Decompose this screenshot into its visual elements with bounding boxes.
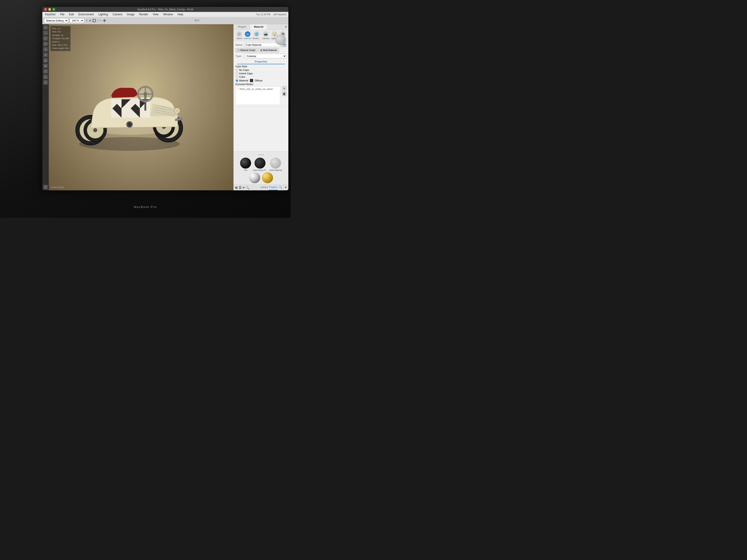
titlebar: KeyShot 8.0 Pro - Ride_On_Metal_Car.bip … [42,7,288,12]
material-icon: ◎ [245,31,250,37]
sidebar-icon-4[interactable]: ⟲ [43,42,48,46]
excluded-nodes-section: ⚠ Retro_ride_on_metal_car_wheel + 🗑 [235,86,286,105]
panel-close-btn[interactable]: ✕ [284,24,288,30]
main-area: ⊙ ↕ ◻ ⟲ ✦ ⊕ ☁ ◈ ⬡ ◎ S ⟳ FPS: 11.7 Time: … [42,24,288,190]
chrome-ball [249,172,260,183]
tire-label: Tire [244,169,248,171]
tab-material[interactable]: Material [250,24,267,30]
menubar: KeyShot File Edit Environment Lighting C… [42,12,288,17]
menu-lighting[interactable]: Lighting [98,13,109,16]
material-radio[interactable] [235,79,238,82]
icon-material[interactable]: ◎ Material [244,31,251,39]
name-input[interactable] [244,43,281,47]
inherit-caps-radio[interactable] [235,72,238,75]
search-icon[interactable]: 🔍 [245,186,249,189]
tire-ball [240,158,251,168]
material-radio-label: Material [239,79,248,82]
camera-icon: 📷 [263,31,268,37]
swatch-hard-shiny[interactable]: Hard Shiny Pl... [253,158,267,171]
icon-scene[interactable]: ⬡ Scene [236,31,242,39]
no-caps-label: No Caps [239,69,249,71]
menu-environment[interactable]: Environment [77,13,95,16]
sidebar-icon-5[interactable]: ✦ [43,47,48,52]
type-select[interactable]: Cutaway [244,54,286,58]
sidebar-icon-6[interactable]: ⊕ [43,53,48,57]
macbook-label: MacBook Pro [134,205,157,209]
menu-view[interactable]: View [152,13,159,16]
minimize-button[interactable] [48,8,51,11]
menu-image[interactable]: Image [126,13,135,16]
name-label: Name: [235,44,243,46]
diffuse-label: Diffuse [255,79,262,82]
rpanel-library-tab[interactable]: Library [260,185,268,190]
right-panel: Project Material ✕ ⬡ Scene ◎ Material [233,24,288,190]
material-graph-btn[interactable]: ⬡ Material Graph [235,48,257,52]
time-value: 57s [58,31,61,33]
menu-camera[interactable]: Camera [112,13,123,16]
icon-camera[interactable]: 📷 Camera [262,31,269,39]
material-label: Material [244,37,251,39]
toolbar: Material Editing 100 % ⏸ ⏹ 🔲 ✕ ↻ ➕ 65.0 [42,17,288,24]
grid-view-icon[interactable]: ⊞ [235,186,238,189]
add-node-btn[interactable]: + [282,86,286,90]
menu-help[interactable]: Help [177,13,184,16]
menu-edit[interactable]: Edit [68,13,75,16]
multi-material-btn[interactable]: ⊞ Multi-Material [258,48,279,52]
sidebar-icon-8[interactable]: ◈ [43,63,48,68]
samples-value: 41 [61,34,63,36]
menu-file[interactable]: File [59,13,65,16]
rpanel-filter-btn[interactable]: ⊳ [284,185,288,190]
list-view-icon[interactable]: ☰ [239,186,242,189]
car-svg [66,59,198,155]
graph-icon: ⬡ [237,49,240,51]
swatch-cube-material[interactable]: Cube Material [269,158,282,171]
type-row: Type: Cutaway [235,54,286,58]
rpanel-project-tab[interactable]: Project [269,185,278,190]
knots-label: Knots: [52,41,58,43]
close-button[interactable] [44,8,47,11]
zoom-select[interactable]: 100 % [70,18,84,23]
sidebar-icon-9[interactable]: ⬡ [43,69,48,74]
color-radio[interactable] [235,76,238,78]
fps-label: FPS: [52,27,56,30]
material-swatches: • • • Tire Hard Shiny Pl... Cube Mate [234,152,288,185]
camera-label: Camera [262,37,269,39]
cube-material-ball [270,158,281,168]
remove-node-btn[interactable]: 🗑 [282,91,286,96]
node-name: Retro_ride_on_metal_car_wheel [240,88,273,90]
swatches-row-1: Tire Hard Shiny Pl... Cube Material [235,158,287,171]
laptop-shell: MacBook Pro KeyShot 8.0 Pro - Ride_On_Me… [0,0,291,218]
icon-enviro[interactable]: 🌐 Enviro... [253,31,260,39]
material-radio-row: Material Diffuse [235,79,286,82]
triangles-label: Triangles: [52,37,61,39]
viewport[interactable]: FPS: 11.7 Time: 57s Samples: 41 Triangle… [49,24,233,190]
sidebar-icon-2[interactable]: ↕ [43,31,48,35]
cloud-library-label: Cloud Library [51,186,64,188]
multi-material-label: Multi-Material [263,49,277,51]
svg-point-10 [93,128,97,132]
sidebar-icon-7[interactable]: ☁ [43,58,48,63]
sidebar-icon-11[interactable]: S [43,80,48,85]
properties-tab[interactable]: Properties [237,59,285,64]
name-section: Name: 💾 ⬡ Material Graph ⊞ Multi-Materia… [234,41,288,107]
color-label: Color [239,76,245,78]
diffuse-swatch[interactable] [250,79,253,82]
swatch-tire[interactable]: Tire [240,158,251,171]
swatch-gold[interactable] [262,172,273,183]
swatch-chrome[interactable] [249,172,260,183]
tab-project[interactable]: Project [234,24,250,30]
panel-top-tabs: Project Material ✕ [234,24,288,30]
no-caps-radio[interactable] [235,69,238,71]
sidebar-icon-10[interactable]: ◎ [43,75,48,79]
maximize-button[interactable] [52,8,55,11]
mode-select[interactable]: Material Editing [44,18,69,23]
menu-render[interactable]: Render [138,13,149,16]
detail-view-icon[interactable]: ≡ [242,186,244,189]
menu-keyshot[interactable]: KeyShot [44,13,56,16]
rpanel-search-btn[interactable]: 🔍 [278,185,284,190]
swatches-dots: • • • [235,153,287,157]
sidebar-icon-3[interactable]: ◻ [43,36,48,41]
sidebar-icon-bottom[interactable]: ⟳ [43,185,48,189]
menu-window[interactable]: Window [162,13,174,16]
sidebar-icon-1[interactable]: ⊙ [43,25,48,30]
